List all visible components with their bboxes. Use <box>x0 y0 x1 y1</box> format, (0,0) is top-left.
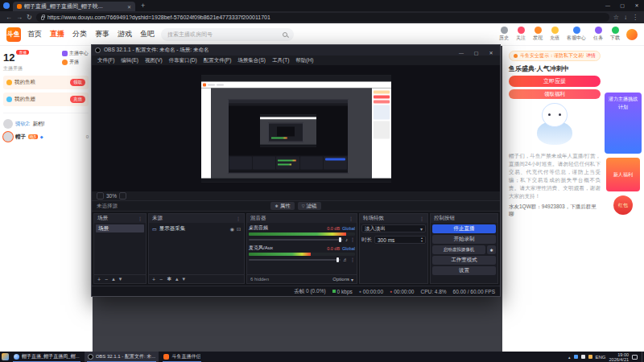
mixer-options-button[interactable]: Options▾ <box>332 277 353 282</box>
virtual-camera-config-icon[interactable]: ✱ <box>487 245 496 254</box>
quick-download[interactable]: 下载 <box>610 27 620 42</box>
promo-card-newbie[interactable]: 新人福利 <box>606 158 640 191</box>
promo-2-button[interactable]: 充值 <box>70 96 85 103</box>
follow-item[interactable]: 帽子 电5 ◆ 0 <box>3 130 89 143</box>
back-icon[interactable]: ← <box>6 11 12 23</box>
go-live-button[interactable]: 开播 <box>62 59 89 66</box>
follow-item[interactable]: 骑钦2: 新档! <box>3 117 89 130</box>
dock-menu-icon[interactable]: ⋮ <box>349 216 353 221</box>
tray-icon-3[interactable] <box>588 355 592 359</box>
source-up-icon[interactable]: ▴ <box>175 276 179 282</box>
quick-support[interactable]: 客服中心 <box>567 27 586 42</box>
zoom-in-icon[interactable] <box>119 192 126 200</box>
taskbar-app-browser[interactable]: 帽子直播_帽子直播间_帽... <box>10 352 83 362</box>
safety-notice-banner[interactable]: 斗鱼安全提示：谨防私下交易诈骗 详情 <box>509 51 601 61</box>
dock-menu-icon[interactable]: ⋮ <box>419 216 424 221</box>
visibility-eye-icon[interactable]: ◉ <box>230 226 234 232</box>
stop-streaming-button[interactable]: 停止直播 <box>432 224 496 233</box>
secondary-cta-button[interactable]: 领取福利 <box>509 89 601 99</box>
browser-close-button[interactable]: ✕ <box>630 0 644 11</box>
source-item-display-capture[interactable]: ▭ 显示器采集 ◉ ⊡ <box>151 224 242 232</box>
zoom-out-icon[interactable] <box>97 192 104 200</box>
menu-profile[interactable]: 配置文件(P) <box>200 57 235 64</box>
quick-follow[interactable]: 关注 <box>516 27 526 42</box>
properties-button[interactable]: ✱属性 <box>270 202 294 210</box>
channel-menu-icon[interactable]: ⋮ <box>350 257 355 262</box>
sidebar-promo-2[interactable]: 我的鱼翅 充值 <box>3 93 89 106</box>
menu-docks[interactable]: 停靠窗口(D) <box>166 57 200 64</box>
scene-up-icon[interactable]: ▴ <box>112 276 115 282</box>
studio-mode-button[interactable]: 工作室模式 <box>432 256 496 265</box>
sidebar-promo-1[interactable]: 我的鱼粮 领取 <box>3 76 89 89</box>
tab-close-icon[interactable]: ✕ <box>127 4 131 10</box>
quick-discover[interactable]: 发现 <box>533 27 543 42</box>
promo-1-button[interactable]: 领取 <box>70 79 85 86</box>
notification-center-icon[interactable] <box>632 355 638 360</box>
reload-icon[interactable]: ↻ <box>27 11 32 23</box>
search-icon[interactable] <box>283 32 287 37</box>
channel-menu-icon[interactable]: ⋮ <box>350 237 355 242</box>
input-language-indicator[interactable]: ENG <box>596 355 606 360</box>
scene-item[interactable]: 场景 <box>96 224 144 232</box>
start-virtual-camera-button[interactable]: 启动虚拟摄像机 <box>432 245 485 254</box>
search-input[interactable]: 搜索主播或房间号 <box>161 28 294 41</box>
start-recording-button[interactable]: 开始录制 <box>432 235 496 244</box>
weather-widget-icon[interactable] <box>2 353 9 360</box>
douyu-logo[interactable]: 斗鱼 <box>6 27 21 42</box>
red-packet-icon[interactable]: 红包 <box>613 195 633 215</box>
new-tab-button[interactable]: + <box>141 0 145 11</box>
menu-edit[interactable]: 编辑(E) <box>118 57 142 64</box>
menu-file[interactable]: 文件(F) <box>94 57 118 64</box>
anchor-center-button[interactable]: 主播中心 <box>62 50 89 57</box>
filters-button[interactable]: ▽滤镜 <box>298 202 321 210</box>
volume-slider-handle[interactable] <box>336 257 339 262</box>
obs-titlebar[interactable]: OBS 32.1.1 - 配置文件: 未命名 - 场景: 未命名 — ▢ ✕ <box>92 45 500 56</box>
volume-slider[interactable] <box>249 239 343 241</box>
mic-icon[interactable]: ♬ <box>343 257 348 262</box>
taskbar-app-douyu-companion[interactable]: 斗鱼直播伴侣 <box>160 352 204 362</box>
primary-cta-button[interactable]: 立即应援 <box>509 76 601 87</box>
taskbar-clock[interactable]: 19:00 2026/4/21 <box>609 352 629 362</box>
remove-source-icon[interactable]: − <box>159 277 163 282</box>
user-avatar[interactable] <box>626 29 638 40</box>
nav-item-games[interactable]: 游戏 <box>118 29 132 39</box>
lock-icon[interactable]: ⊡ <box>237 226 241 232</box>
nav-item-yuba[interactable]: 鱼吧 <box>140 29 155 39</box>
dock-menu-icon[interactable]: ⋮ <box>236 216 241 221</box>
browser-minimize-button[interactable]: — <box>601 0 615 11</box>
remove-scene-icon[interactable]: − <box>105 277 108 282</box>
promo-card-challenge[interactable]: 潜力主播挑战计划 <box>605 93 642 154</box>
menu-help[interactable]: 帮助(H) <box>292 57 316 64</box>
obs-close-button[interactable]: ✕ <box>485 50 497 56</box>
browser-maximize-button[interactable]: ▢ <box>615 0 630 11</box>
menu-view[interactable]: 视图(V) <box>142 57 166 64</box>
quick-recharge[interactable]: 充值 <box>550 27 559 42</box>
quick-tasks[interactable]: 任务 <box>593 27 603 42</box>
bookmark-star-icon[interactable]: ☆ <box>613 14 619 21</box>
nav-item-live[interactable]: 直播 <box>50 29 64 39</box>
duration-input[interactable]: 300 ms ▴▾ <box>374 236 426 244</box>
transition-select[interactable]: 淡入淡出 ▾ <box>361 224 426 232</box>
browser-tab[interactable]: 帽子直播_帽子直播间_帽子映... ✕ <box>13 2 135 11</box>
nav-item-categories[interactable]: 分类 <box>72 29 87 39</box>
address-bar[interactable]: https://www.douyu.com/7669491?dyshid=192… <box>36 13 609 22</box>
settings-button[interactable]: 设置 <box>432 266 496 275</box>
nav-item-home[interactable]: 首页 <box>27 29 42 39</box>
nav-item-esports[interactable]: 赛事 <box>95 29 109 39</box>
tray-icon-1[interactable] <box>574 355 578 359</box>
tray-expand-icon[interactable]: ▴ <box>568 355 571 360</box>
notice-detail-link[interactable]: 详情 <box>586 52 596 60</box>
add-source-icon[interactable]: + <box>152 277 155 282</box>
tray-icon-2[interactable] <box>581 355 585 359</box>
browser-menu-icon[interactable]: ⋮ <box>632 14 638 21</box>
add-scene-icon[interactable]: + <box>97 277 101 282</box>
download-icon[interactable]: ↓ <box>624 14 627 21</box>
forward-icon[interactable]: → <box>16 11 23 23</box>
obs-preview-area[interactable] <box>92 65 500 191</box>
volume-slider-handle[interactable] <box>339 237 341 242</box>
quick-history[interactable]: 历史 <box>499 27 509 42</box>
scene-down-icon[interactable]: ▾ <box>119 276 122 282</box>
menu-scene-collection[interactable]: 场景集合(S) <box>234 57 269 64</box>
speaker-icon[interactable]: ♪ <box>345 237 348 242</box>
obs-minimize-button[interactable]: — <box>456 51 467 56</box>
